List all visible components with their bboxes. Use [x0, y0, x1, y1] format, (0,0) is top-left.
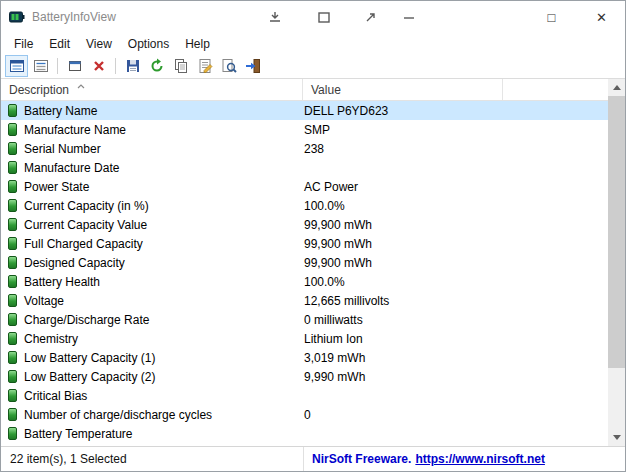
battery-info-view-icon: [9, 58, 25, 74]
row-description: Manufacture Name: [24, 123, 126, 137]
table-row[interactable]: Current Capacity (in %)100.0%: [1, 196, 608, 215]
row-description: Charge/Discharge Rate: [24, 313, 149, 327]
row-description: Designed Capacity: [24, 256, 125, 270]
row-value: 12,665 millivolts: [297, 294, 389, 308]
toolbar-separator: [115, 58, 116, 74]
row-description-cell: Power State: [1, 180, 297, 194]
scroll-down-button[interactable]: [608, 429, 625, 446]
table-row[interactable]: Low Battery Capacity (1)3,019 mWh: [1, 348, 608, 367]
dash-icon[interactable]: [402, 11, 416, 24]
statusbar: 22 item(s), 1 Selected NirSoft Freeware.…: [1, 446, 625, 471]
menu-item-file[interactable]: File: [6, 35, 41, 53]
row-value: 3,019 mWh: [297, 351, 365, 365]
launch-icon[interactable]: [364, 11, 378, 24]
table-row[interactable]: Battery Temperature: [1, 424, 608, 443]
row-description: Chemistry: [24, 332, 78, 346]
properties-window-icon: [67, 58, 83, 74]
table-row[interactable]: Full Charged Capacity99,900 mWh: [1, 234, 608, 253]
dock-icon[interactable]: [268, 11, 282, 24]
menu-item-help[interactable]: Help: [177, 35, 218, 53]
close-button[interactable]: ✕: [579, 1, 624, 33]
row-value: 100.0%: [297, 199, 345, 213]
app-icon: [9, 9, 25, 25]
nirsoft-link[interactable]: https://www.nirsoft.net: [415, 452, 545, 466]
table-row[interactable]: Charge/Discharge Rate0 milliwatts: [1, 310, 608, 329]
row-value: 100.0%: [297, 275, 345, 289]
menu-item-options[interactable]: Options: [120, 35, 177, 53]
row-description-cell: Full Charged Capacity: [1, 237, 297, 251]
table-row[interactable]: Battery NameDELL P6YD623: [1, 101, 608, 120]
maximize-button[interactable]: □: [529, 1, 574, 33]
column-header-label: Description: [9, 83, 69, 97]
row-value: 99,900 mWh: [297, 237, 372, 251]
table-row[interactable]: Serial Number238: [1, 139, 608, 158]
find-button[interactable]: [217, 55, 240, 77]
table-row[interactable]: ChemistryLithium Ion: [1, 329, 608, 348]
row-description-cell: Low Battery Capacity (1): [1, 351, 297, 365]
row-description-cell: Voltage: [1, 294, 297, 308]
copy-button[interactable]: [169, 55, 192, 77]
menu-item-edit[interactable]: Edit: [41, 35, 78, 53]
column-header-label: Value: [311, 83, 341, 97]
row-description: Manufacture Date: [24, 161, 119, 175]
row-description-cell: Critical Bias: [1, 389, 297, 403]
row-description-cell: Current Capacity Value: [1, 218, 297, 232]
battery-icon: [8, 142, 17, 155]
battery-icon: [8, 237, 17, 250]
table-row[interactable]: Designed Capacity99,900 mWh: [1, 253, 608, 272]
row-value: 9,990 mWh: [297, 370, 365, 384]
table-row[interactable]: Power StateAC Power: [1, 177, 608, 196]
scrollbar-thumb[interactable]: [608, 96, 625, 368]
menu-item-view[interactable]: View: [78, 35, 120, 53]
properties-window-button[interactable]: [63, 55, 86, 77]
battery-log-icon: [33, 58, 49, 74]
battery-log-button[interactable]: [29, 55, 52, 77]
row-description-cell: Designed Capacity: [1, 256, 297, 270]
row-value: AC Power: [297, 180, 358, 194]
maximize-icon: □: [548, 10, 556, 25]
freeware-label: NirSoft Freeware.: [312, 452, 411, 466]
table-row[interactable]: Voltage12,665 millivolts: [1, 291, 608, 310]
status-items-count: 22 item(s), 1 Selected: [1, 452, 303, 466]
refresh-button[interactable]: [145, 55, 168, 77]
table-row[interactable]: Current Capacity Value99,900 mWh: [1, 215, 608, 234]
row-description-cell: Serial Number: [1, 142, 297, 156]
table-row[interactable]: Manufacture Date: [1, 158, 608, 177]
row-description: Current Capacity Value: [24, 218, 147, 232]
battery-info-view-button[interactable]: [5, 55, 28, 77]
table-row[interactable]: Battery Health100.0%: [1, 272, 608, 291]
exit-button[interactable]: [241, 55, 264, 77]
table-row[interactable]: Low Battery Capacity (2)9,990 mWh: [1, 367, 608, 386]
table-row[interactable]: Number of charge/discharge cycles0: [1, 405, 608, 424]
copy-icon: [173, 58, 189, 74]
row-value: 0 milliwatts: [297, 313, 363, 327]
battery-icon: [8, 351, 17, 364]
row-description: Critical Bias: [24, 389, 87, 403]
save-button[interactable]: [121, 55, 144, 77]
row-value: 99,900 mWh: [297, 218, 372, 232]
report-button[interactable]: [193, 55, 216, 77]
vertical-scrollbar[interactable]: [608, 79, 625, 446]
table-row[interactable]: Critical Bias: [1, 386, 608, 405]
row-description: Voltage: [24, 294, 64, 308]
delete-button[interactable]: [87, 55, 110, 77]
battery-icon: [8, 104, 17, 117]
window-title: BatteryInfoView: [32, 10, 116, 24]
battery-icon: [8, 123, 17, 136]
battery-icon: [8, 389, 17, 402]
row-description-cell: Number of charge/discharge cycles: [1, 408, 297, 422]
column-header-description[interactable]: Description: [1, 79, 303, 100]
row-description-cell: Charge/Discharge Rate: [1, 313, 297, 327]
row-description: Number of charge/discharge cycles: [24, 408, 212, 422]
battery-icon: [8, 161, 17, 174]
window-icon[interactable]: [317, 11, 331, 24]
status-freeware-pane: NirSoft Freeware. https://www.nirsoft.ne…: [303, 447, 625, 471]
table-row[interactable]: Manufacture NameSMP: [1, 120, 608, 139]
exit-icon: [245, 58, 261, 74]
scroll-up-button[interactable]: [608, 79, 625, 96]
battery-icon: [8, 218, 17, 231]
row-value: SMP: [297, 123, 330, 137]
titlebar: BatteryInfoView □ ✕: [1, 1, 625, 33]
row-description: Power State: [24, 180, 89, 194]
column-header-value[interactable]: Value: [303, 79, 503, 100]
